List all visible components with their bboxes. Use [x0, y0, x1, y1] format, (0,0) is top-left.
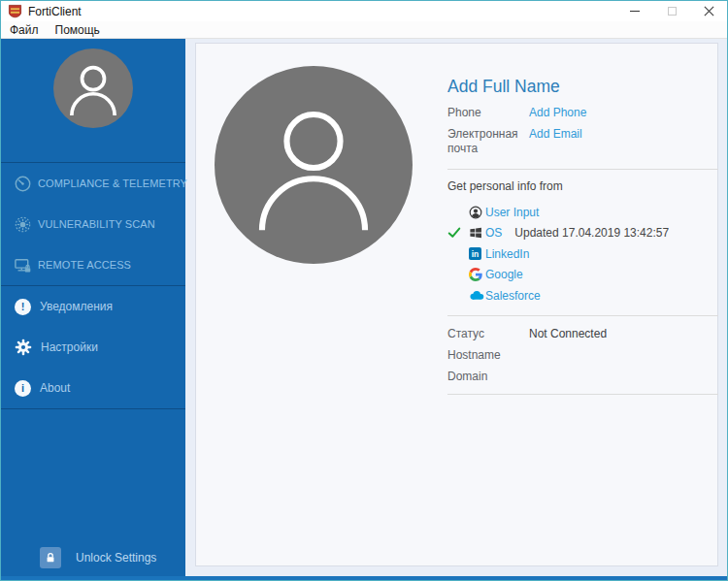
hostname-label: Hostname	[447, 348, 529, 363]
source-row-google: Google	[447, 265, 718, 286]
sidebar-item-label: VULNERABILITY SCAN	[38, 218, 155, 230]
add-email-link[interactable]: Add Email	[529, 127, 582, 156]
minimize-icon	[630, 11, 640, 12]
gear-icon	[15, 339, 32, 356]
email-label: Электронная почта	[447, 127, 529, 156]
os-updated-text: Updated 17.04.2019 13:42:57	[514, 226, 669, 240]
divider	[447, 169, 718, 170]
status-value: Not Connected	[529, 327, 607, 341]
windows-icon	[469, 226, 485, 240]
sidebar-item-label: REMOTE ACCESS	[38, 259, 131, 271]
source-row-linkedin: in LinkedIn	[447, 243, 718, 265]
sidebar-item-compliance-telemetry[interactable]: COMPLIANCE & TELEMETRY	[1, 163, 185, 204]
virus-icon	[13, 214, 32, 234]
google-icon	[469, 268, 485, 281]
close-icon	[704, 6, 714, 16]
exclamation-circle-icon: !	[15, 299, 31, 315]
sidebar-item-label: About	[40, 381, 70, 395]
linkedin-icon: in	[469, 247, 481, 260]
sidebar-item-label: Уведомления	[40, 300, 113, 313]
divider	[447, 394, 718, 395]
main-content: Add Full Name Phone Add Phone Электронна…	[185, 39, 727, 576]
profile-info-column: Add Full Name Phone Add Phone Электронна…	[447, 76, 718, 395]
forticlient-logo-icon	[8, 4, 22, 18]
sidebar-item-settings[interactable]: Настройки	[1, 327, 185, 368]
google-link[interactable]: Google	[485, 268, 523, 281]
sidebar-item-label: COMPLIANCE & TELEMETRY	[38, 178, 187, 189]
source-row-os: OS Updated 17.04.2019 13:42:57	[447, 223, 718, 244]
sidebar-item-notifications[interactable]: ! Уведомления	[1, 286, 185, 327]
check-icon	[447, 226, 461, 240]
sources-heading: Get personal info from	[447, 179, 718, 193]
maximize-icon	[668, 7, 677, 16]
sidebar-item-remote-access[interactable]: REMOTE ACCESS	[1, 244, 185, 285]
sidebar-item-vulnerability-scan[interactable]: VULNERABILITY SCAN	[1, 204, 185, 244]
lock-icon	[40, 547, 61, 568]
remote-desktop-lock-icon	[13, 255, 32, 274]
status-label: Статус	[447, 327, 529, 341]
maximize-button[interactable]	[653, 1, 690, 21]
minimize-button[interactable]	[616, 1, 653, 21]
app-body: COMPLIANCE & TELEMETRY VU	[1, 39, 727, 576]
email-row: Электронная почта Add Email	[447, 127, 718, 156]
check-cell	[447, 226, 469, 240]
add-phone-link[interactable]: Add Phone	[529, 106, 586, 120]
add-full-name-link[interactable]: Add Full Name	[447, 76, 718, 97]
linkedin-link[interactable]: LinkedIn	[485, 247, 529, 261]
sidebar-divider	[1, 408, 185, 409]
user-input-icon	[469, 206, 485, 219]
sidebar: COMPLIANCE & TELEMETRY VU	[1, 39, 185, 576]
unlock-settings-label: Unlock Settings	[76, 551, 156, 565]
forticlient-window: FortiClient Файл Помощь	[0, 0, 728, 581]
titlebar: FortiClient	[1, 1, 727, 21]
unlock-settings-button[interactable]: Unlock Settings	[40, 547, 156, 568]
domain-row: Domain	[447, 370, 718, 384]
info-circle-icon: i	[15, 380, 31, 397]
user-avatar-icon[interactable]	[53, 48, 133, 128]
salesforce-icon	[469, 290, 485, 301]
profile-card: Add Full Name Phone Add Phone Электронна…	[195, 43, 718, 566]
menu-help[interactable]: Помощь	[55, 23, 100, 37]
domain-label: Domain	[447, 370, 529, 384]
salesforce-link[interactable]: Salesforce	[485, 289, 541, 303]
phone-row: Phone Add Phone	[447, 106, 718, 120]
window-title: FortiClient	[28, 5, 82, 18]
status-row: Статус Not Connected	[447, 327, 718, 341]
gauge-icon	[13, 174, 32, 193]
sidebar-item-about[interactable]: i About	[1, 368, 185, 408]
user-input-link[interactable]: User Input	[485, 206, 539, 219]
window-bottom-border	[1, 576, 727, 580]
os-link[interactable]: OS	[485, 226, 502, 240]
menu-file[interactable]: Файл	[10, 23, 39, 37]
menubar: Файл Помощь	[1, 21, 727, 39]
source-row-user-input: User Input	[447, 202, 718, 223]
hostname-row: Hostname	[447, 348, 718, 363]
close-button[interactable]	[690, 1, 727, 21]
divider	[447, 315, 718, 316]
source-row-salesforce: Salesforce	[447, 285, 718, 307]
sidebar-item-label: Настройки	[41, 340, 98, 354]
profile-avatar-icon[interactable]	[215, 66, 413, 264]
phone-label: Phone	[447, 106, 529, 120]
sidebar-avatar-section	[1, 39, 185, 162]
window-controls	[616, 1, 727, 21]
